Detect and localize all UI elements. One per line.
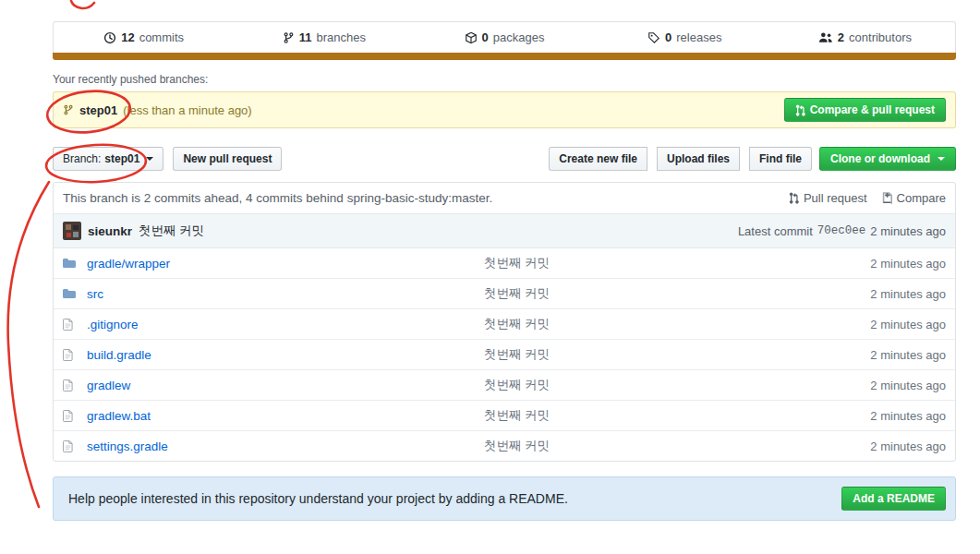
file-name-link[interactable]: settings.gradle bbox=[87, 440, 484, 453]
repo-stats-bar: 12 commits 11 branches 0 packages 0 rele… bbox=[53, 21, 956, 53]
commit-sha-link[interactable]: 70ec0ee bbox=[817, 224, 866, 237]
stat-releases[interactable]: 0 releases bbox=[595, 22, 775, 53]
compare-link[interactable]: Compare bbox=[882, 191, 946, 205]
pushed-branch-time: (less than a minute ago) bbox=[123, 103, 251, 117]
table-row: gradle/wrapper 첫번째 커밋 2 minutes ago bbox=[54, 248, 955, 278]
clone-or-download-label: Clone or download bbox=[830, 152, 930, 165]
create-new-file-button[interactable]: Create new file bbox=[549, 147, 647, 171]
readme-banner: Help people interested in this repositor… bbox=[53, 476, 956, 521]
caret-down-icon bbox=[938, 157, 945, 161]
file-age: 2 minutes ago bbox=[807, 287, 946, 301]
row-commit-message-link[interactable]: 첫번째 커밋 bbox=[484, 285, 807, 302]
file-age: 2 minutes ago bbox=[807, 318, 946, 331]
table-row: src 첫번째 커밋 2 minutes ago bbox=[54, 278, 955, 308]
stat-label: commits bbox=[139, 30, 184, 44]
history-icon bbox=[103, 31, 116, 44]
latest-commit-label: Latest commit bbox=[738, 224, 813, 238]
row-commit-message-link[interactable]: 첫번째 커밋 bbox=[484, 316, 807, 332]
pushed-branch-link[interactable]: step01 bbox=[79, 103, 117, 117]
tag-icon bbox=[647, 31, 660, 44]
stat-label: branches bbox=[316, 30, 365, 44]
file-age: 2 minutes ago bbox=[807, 257, 946, 271]
branch-selector-current: step01 bbox=[104, 152, 139, 165]
stat-label: packages bbox=[493, 30, 545, 44]
branch-selector[interactable]: Branch: step01 bbox=[53, 147, 163, 171]
stat-label: releases bbox=[676, 30, 721, 44]
find-file-button[interactable]: Find file bbox=[749, 147, 812, 171]
file-age: 2 minutes ago bbox=[807, 409, 946, 423]
file-name-link[interactable]: gradlew bbox=[87, 379, 484, 392]
diff-icon bbox=[882, 192, 892, 204]
branch-icon bbox=[63, 103, 74, 116]
git-branch-icon bbox=[283, 31, 295, 44]
branch-status-bar: This branch is 2 commits ahead, 4 commit… bbox=[54, 183, 955, 214]
pull-request-icon bbox=[789, 192, 799, 204]
stat-count: 11 bbox=[299, 30, 312, 44]
file-icon bbox=[63, 410, 87, 422]
table-row: gradlew 첫번째 커밋 2 minutes ago bbox=[54, 369, 955, 400]
readme-banner-text: Help people interested in this repositor… bbox=[68, 491, 568, 506]
branch-selector-prefix: Branch: bbox=[63, 152, 101, 165]
file-age: 2 minutes ago bbox=[807, 379, 946, 392]
commit-message-link[interactable]: 첫번째 커밋 bbox=[139, 223, 204, 239]
file-age: 2 minutes ago bbox=[807, 348, 946, 362]
row-commit-message-link[interactable]: 첫번째 커밋 bbox=[484, 377, 807, 393]
table-row: gradlew.bat 첫번째 커밋 2 minutes ago bbox=[54, 400, 955, 430]
stat-count: 0 bbox=[665, 30, 671, 44]
red-curve-left bbox=[8, 182, 49, 507]
file-name-link[interactable]: gradlew.bat bbox=[87, 409, 484, 423]
commit-author-link[interactable]: sieunkr bbox=[88, 224, 132, 238]
stat-packages[interactable]: 0 packages bbox=[414, 22, 594, 53]
clone-or-download-button[interactable]: Clone or download bbox=[819, 147, 956, 171]
compare-pull-request-label: Compare & pull request bbox=[810, 103, 935, 116]
package-icon bbox=[465, 31, 478, 44]
new-pull-request-button[interactable]: New pull request bbox=[173, 147, 282, 171]
recently-pushed-banner: step01 (less than a minute ago) Compare … bbox=[53, 91, 956, 128]
stat-count: 2 bbox=[838, 30, 844, 44]
file-icon bbox=[63, 379, 87, 391]
caret-down-icon bbox=[146, 157, 153, 161]
file-name-link[interactable]: gradle/wrapper bbox=[87, 257, 484, 271]
stat-label: contributors bbox=[849, 30, 912, 44]
compare-pull-request-button[interactable]: Compare & pull request bbox=[784, 98, 946, 122]
stat-branches[interactable]: 11 branches bbox=[234, 22, 414, 53]
recently-pushed-label: Your recently pushed branches: bbox=[53, 73, 956, 86]
file-icon bbox=[63, 319, 87, 331]
table-row: settings.gradle 첫번째 커밋 2 minutes ago bbox=[54, 430, 955, 461]
repo-page: 12 commits 11 branches 0 packages 0 rele… bbox=[53, 21, 956, 521]
row-commit-message-link[interactable]: 첫번째 커밋 bbox=[484, 346, 807, 363]
stat-commits[interactable]: 12 commits bbox=[54, 22, 234, 53]
file-name-link[interactable]: .gitignore bbox=[87, 318, 484, 331]
file-icon bbox=[63, 440, 87, 452]
red-stroke-top bbox=[71, 1, 94, 8]
file-name-link[interactable]: build.gradle bbox=[87, 348, 484, 362]
branch-status-text: This branch is 2 commits ahead, 4 commit… bbox=[63, 191, 492, 205]
language-bar[interactable] bbox=[53, 53, 956, 60]
upload-files-button[interactable]: Upload files bbox=[657, 147, 740, 171]
file-navigation-toolbar: Branch: step01 New pull request Create n… bbox=[53, 147, 956, 171]
file-age: 2 minutes ago bbox=[807, 440, 946, 453]
file-actions-group: Create new file Upload files Find file bbox=[549, 147, 812, 171]
folder-icon bbox=[63, 288, 87, 299]
file-icon bbox=[63, 349, 87, 361]
people-icon bbox=[818, 31, 833, 43]
stat-count: 0 bbox=[482, 30, 489, 44]
add-readme-button[interactable]: Add a README bbox=[841, 487, 946, 511]
table-row: .gitignore 첫번째 커밋 2 minutes ago bbox=[54, 308, 955, 339]
latest-commit-bar: sieunkr 첫번째 커밋 Latest commit 70ec0ee 2 m… bbox=[54, 214, 955, 248]
stat-count: 12 bbox=[121, 30, 134, 44]
row-commit-message-link[interactable]: 첫번째 커밋 bbox=[484, 255, 807, 271]
pull-request-icon bbox=[795, 104, 805, 116]
avatar[interactable] bbox=[63, 222, 81, 240]
pull-request-link[interactable]: Pull request bbox=[789, 191, 867, 205]
table-row: build.gradle 첫번째 커밋 2 minutes ago bbox=[54, 339, 955, 369]
folder-icon bbox=[63, 258, 87, 269]
row-commit-message-link[interactable]: 첫번째 커밋 bbox=[484, 438, 807, 454]
file-rows: gradle/wrapper 첫번째 커밋 2 minutes ago src … bbox=[54, 248, 955, 461]
latest-commit-time: 2 minutes ago bbox=[870, 224, 946, 238]
row-commit-message-link[interactable]: 첫번째 커밋 bbox=[484, 407, 807, 424]
stat-contributors[interactable]: 2 contributors bbox=[775, 22, 955, 53]
file-browser: This branch is 2 commits ahead, 4 commit… bbox=[53, 182, 956, 462]
file-name-link[interactable]: src bbox=[87, 287, 484, 301]
